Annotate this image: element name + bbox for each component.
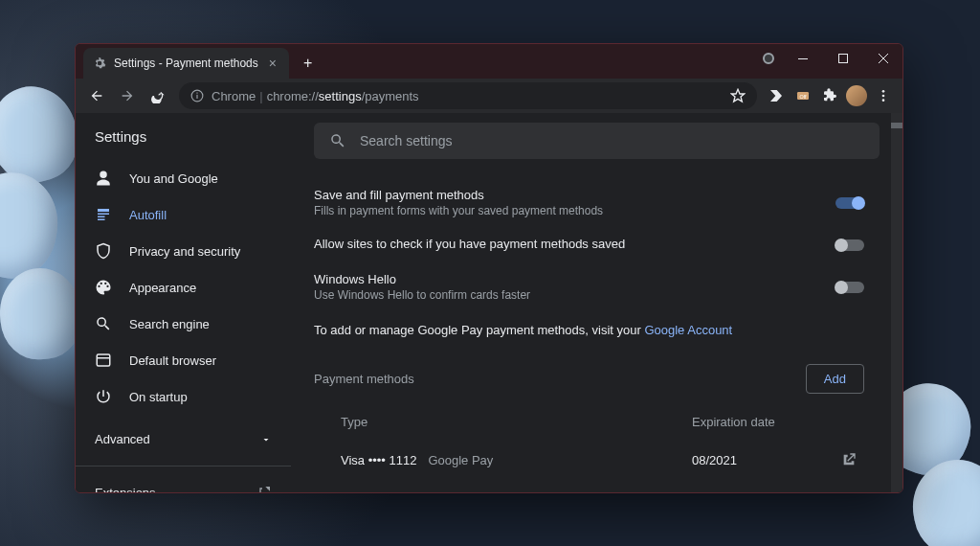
power-icon [95, 388, 112, 405]
setting-save-fill: Save and fill payment methods Fills in p… [314, 178, 864, 227]
setting-label: Windows Hello [314, 272, 835, 286]
column-expiration: Expiration date [692, 415, 864, 429]
sidebar-advanced-toggle[interactable]: Advanced [76, 419, 291, 460]
card-expiration: 08/2021 [692, 453, 834, 467]
minimize-button[interactable] [784, 44, 822, 73]
svg-point-9 [882, 99, 885, 102]
sidebar-item-privacy[interactable]: Privacy and security [76, 233, 291, 269]
setting-description: Fills in payment forms with your saved p… [314, 204, 835, 217]
setting-description: Use Windows Hello to confirm cards faste… [314, 288, 835, 302]
sidebar-item-startup[interactable]: On startup [76, 378, 291, 415]
external-link-icon [841, 452, 857, 467]
back-button[interactable] [83, 82, 110, 109]
add-payment-button[interactable]: Add [806, 364, 864, 394]
sidebar-item-default-browser[interactable]: Default browser [76, 342, 291, 378]
url-text: chrome://settings/payments [267, 89, 419, 103]
gear-icon [93, 57, 106, 70]
browser-icon [95, 352, 112, 369]
extension-icon-2[interactable]: Off [791, 84, 814, 107]
column-type: Type [341, 415, 692, 429]
appearance-icon [95, 279, 112, 296]
payment-table-header: Type Expiration date [314, 403, 864, 439]
new-tab-button[interactable]: + [295, 50, 322, 77]
shield-icon [95, 242, 112, 260]
search-icon [329, 132, 346, 149]
external-link-icon [256, 485, 272, 493]
site-info-icon [190, 89, 204, 102]
omnibox[interactable]: Chrome | chrome://settings/payments [179, 82, 757, 109]
svg-point-7 [882, 90, 885, 93]
svg-rect-4 [196, 93, 197, 94]
sidebar-item-appearance[interactable]: Appearance [76, 269, 291, 306]
card-external-link[interactable] [834, 452, 864, 467]
titlebar: Settings - Payment methods × + [76, 44, 902, 79]
extensions-icon[interactable] [818, 84, 841, 107]
url-scheme: Chrome [212, 89, 256, 103]
svg-point-8 [882, 95, 885, 98]
toggle-allow-check[interactable] [835, 239, 864, 251]
chrome-window: Settings - Payment methods × + Chrome | … [75, 43, 903, 493]
settings-main: Search settings Save and fill payment me… [291, 113, 902, 492]
reload-button[interactable] [145, 82, 171, 109]
search-icon [95, 315, 112, 332]
tab-title: Settings - Payment methods [114, 57, 258, 70]
sidebar-extensions-link[interactable]: Extensions [76, 472, 291, 493]
divider [76, 466, 291, 466]
payment-card-row[interactable]: Visa •••• 1112 Google Pay 08/2021 [314, 439, 864, 481]
close-window-button[interactable] [864, 44, 902, 73]
profile-avatar[interactable] [845, 84, 868, 107]
maximize-button[interactable] [824, 44, 862, 73]
toggle-windows-hello[interactable] [835, 282, 864, 293]
card-name: Visa •••• 1112 [341, 453, 416, 467]
sidebar-item-you-google[interactable]: You and Google [76, 160, 291, 196]
scrollbar[interactable] [891, 113, 902, 492]
update-indicator[interactable] [763, 53, 774, 64]
forward-button[interactable] [114, 82, 141, 109]
extension-icon-1[interactable] [765, 84, 788, 107]
menu-button[interactable] [872, 84, 895, 107]
sidebar-item-autofill[interactable]: Autofill [76, 196, 291, 233]
toggle-save-fill[interactable] [835, 197, 864, 209]
svg-rect-3 [196, 95, 197, 99]
setting-allow-check: Allow sites to check if you have payment… [314, 227, 864, 262]
search-settings-input[interactable]: Search settings [314, 123, 880, 159]
setting-label: Allow sites to check if you have payment… [314, 237, 835, 251]
svg-rect-0 [798, 58, 808, 59]
settings-title: Settings [76, 113, 291, 156]
svg-text:Off: Off [799, 94, 807, 100]
close-tab-icon[interactable]: × [266, 57, 279, 70]
address-bar: Chrome | chrome://settings/payments Off [76, 79, 902, 113]
sidebar-item-search[interactable]: Search engine [76, 306, 291, 342]
payment-methods-heading: Payment methods [314, 372, 414, 386]
setting-label: Save and fill payment methods [314, 188, 835, 202]
autofill-icon [95, 206, 112, 223]
google-account-link[interactable]: Google Account [644, 323, 732, 337]
setting-windows-hello: Windows Hello Use Windows Hello to confi… [314, 262, 864, 311]
svg-rect-10 [97, 354, 110, 366]
google-pay-info: To add or manage Google Pay payment meth… [314, 311, 864, 354]
browser-tab[interactable]: Settings - Payment methods × [83, 48, 289, 79]
search-placeholder: Search settings [360, 133, 453, 148]
bookmark-star-icon[interactable] [730, 88, 746, 103]
settings-sidebar: Settings You and Google Autofill Privacy… [76, 113, 291, 492]
card-source: Google Pay [428, 453, 493, 467]
svg-rect-1 [839, 55, 848, 63]
chevron-down-icon [260, 434, 272, 445]
person-icon [95, 170, 112, 187]
